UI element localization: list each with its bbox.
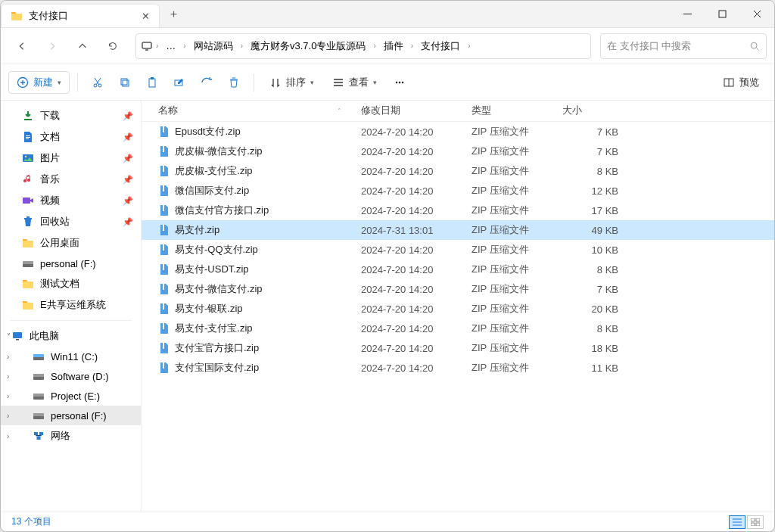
file-row[interactable]: 支付宝官方接口.zip 2024-7-20 14:20 ZIP 压缩文件 18 … — [142, 338, 774, 358]
sidebar-item[interactable]: ›Software (D:) — [1, 366, 141, 386]
recycle-icon — [22, 216, 34, 228]
svg-rect-34 — [751, 523, 755, 526]
share-button[interactable] — [195, 72, 219, 93]
sidebar-item[interactable]: ›Project (E:) — [1, 386, 141, 406]
expand-icon[interactable]: › — [7, 412, 9, 420]
expand-icon[interactable]: › — [7, 392, 9, 400]
sidebar-item[interactable]: ˅此电脑 — [1, 325, 141, 347]
column-name[interactable]: 名称˄ — [152, 104, 355, 117]
view-button[interactable]: 查看 ▾ — [325, 71, 384, 94]
tab-active[interactable]: 支付接口 ✕ — [1, 4, 160, 27]
breadcrumb-item[interactable]: 魔方财务v3.7.0专业版源码 — [246, 37, 370, 55]
file-row[interactable]: 易支付.zip 2024-7-31 13:01 ZIP 压缩文件 49 KB — [142, 220, 774, 240]
folder-icon — [11, 10, 23, 22]
file-row[interactable]: 易支付-微信支付.zip 2024-7-20 14:20 ZIP 压缩文件 7 … — [142, 279, 774, 299]
sort-button[interactable]: 排序 ▾ — [262, 71, 322, 94]
file-row[interactable]: Epusdt支付.zip 2024-7-20 14:20 ZIP 压缩文件 7 … — [142, 122, 774, 142]
up-button[interactable] — [69, 33, 96, 59]
chevron-right-icon[interactable]: › — [466, 42, 472, 50]
chevron-right-icon[interactable]: › — [409, 42, 415, 50]
sidebar-item[interactable]: 文档📌 — [1, 126, 141, 148]
column-date[interactable]: 修改日期 — [355, 104, 465, 117]
file-row[interactable]: 微信支付官方接口.zip 2024-7-20 14:20 ZIP 压缩文件 17… — [142, 201, 774, 220]
delete-button[interactable] — [222, 72, 246, 93]
search-input[interactable]: 在 支付接口 中搜索 — [600, 33, 767, 59]
file-date: 2024-7-20 14:20 — [355, 126, 465, 138]
folder-icon — [22, 299, 34, 311]
sidebar-item[interactable]: 公用桌面 — [1, 232, 141, 254]
file-name: 易支付-支付宝.zip — [175, 322, 253, 335]
sidebar-item[interactable]: 视频📌 — [1, 190, 141, 211]
chevron-right-icon[interactable]: › — [154, 42, 160, 50]
item-count: 13 个项目 — [11, 515, 51, 528]
sidebar-item[interactable]: personal (F:) — [1, 254, 141, 273]
pin-icon: 📌 — [123, 154, 133, 163]
minimize-button[interactable] — [670, 1, 705, 27]
file-row[interactable]: 易支付-USDT.zip 2024-7-20 14:20 ZIP 压缩文件 8 … — [142, 260, 774, 279]
file-type: ZIP 压缩文件 — [465, 204, 556, 217]
rename-button[interactable] — [167, 72, 191, 93]
expand-icon[interactable]: › — [7, 372, 9, 381]
back-button[interactable] — [8, 33, 36, 59]
preview-button[interactable]: 预览 — [715, 71, 767, 94]
cut-button[interactable] — [86, 72, 110, 93]
preview-icon — [723, 76, 735, 89]
thumbnails-view-button[interactable] — [747, 515, 764, 529]
column-size[interactable]: 大小 — [556, 104, 624, 117]
breadcrumb-item[interactable]: 插件 — [379, 37, 408, 55]
close-window-button[interactable] — [739, 1, 774, 27]
chevron-right-icon[interactable]: › — [372, 42, 377, 50]
zip-icon — [158, 204, 170, 216]
copy-button[interactable] — [113, 72, 137, 93]
breadcrumb-item[interactable]: 支付接口 — [416, 37, 465, 55]
close-tab-icon[interactable]: ✕ — [142, 11, 150, 22]
paste-button[interactable] — [140, 72, 164, 93]
file-size: 10 KB — [556, 244, 624, 256]
expand-icon[interactable]: › — [7, 353, 9, 361]
new-tab-button[interactable]: ＋ — [160, 1, 187, 27]
breadcrumb-item[interactable]: 网站源码 — [189, 37, 238, 55]
sidebar-item-label: Project (E:) — [51, 390, 100, 402]
refresh-button[interactable] — [99, 33, 126, 59]
expand-icon[interactable]: ˅ — [7, 332, 11, 341]
sidebar-item[interactable]: 测试文档 — [1, 273, 141, 294]
svg-rect-32 — [751, 518, 755, 521]
file-row[interactable]: 虎皮椒-支付宝.zip 2024-7-20 14:20 ZIP 压缩文件 8 K… — [142, 161, 774, 181]
file-row[interactable]: 易支付-支付宝.zip 2024-7-20 14:20 ZIP 压缩文件 8 K… — [142, 319, 774, 338]
pictures-icon — [22, 152, 34, 164]
zip-icon — [158, 362, 170, 374]
sidebar-item[interactable]: ›personal (F:) — [1, 406, 141, 425]
file-date: 2024-7-20 14:20 — [355, 284, 465, 295]
file-row[interactable]: 虎皮椒-微信支付.zip 2024-7-20 14:20 ZIP 压缩文件 7 … — [142, 142, 774, 161]
chevron-right-icon[interactable]: › — [182, 42, 187, 50]
sidebar-item[interactable]: ›网络 — [1, 425, 141, 446]
file-type: ZIP 压缩文件 — [465, 361, 556, 375]
file-date: 2024-7-20 14:20 — [355, 323, 465, 334]
more-button[interactable] — [388, 72, 412, 93]
file-row[interactable]: 支付宝国际支付.zip 2024-7-20 14:20 ZIP 压缩文件 11 … — [142, 358, 774, 378]
file-row[interactable]: 易支付-银联.zip 2024-7-20 14:20 ZIP 压缩文件 20 K… — [142, 299, 774, 319]
sidebar-item[interactable]: 音乐📌 — [1, 169, 141, 190]
file-size: 8 KB — [556, 166, 624, 177]
forward-button[interactable] — [39, 33, 66, 59]
folder-icon — [22, 278, 34, 290]
net-icon — [33, 430, 45, 442]
chevron-right-icon[interactable]: › — [239, 42, 244, 50]
file-date: 2024-7-20 14:20 — [355, 244, 465, 256]
sidebar-item[interactable]: 图片📌 — [1, 148, 141, 169]
expand-icon[interactable]: › — [7, 432, 9, 440]
sidebar-item[interactable]: E共享运维系统 — [1, 294, 141, 316]
details-view-button[interactable] — [729, 515, 745, 529]
document-icon — [22, 131, 34, 143]
column-type[interactable]: 类型 — [465, 104, 556, 117]
file-row[interactable]: 易支付-QQ支付.zip 2024-7-20 14:20 ZIP 压缩文件 10… — [142, 240, 774, 260]
sidebar-item[interactable]: 下载📌 — [1, 105, 141, 126]
breadcrumb-overflow[interactable]: … — [161, 38, 180, 54]
maximize-button[interactable] — [705, 1, 739, 27]
new-button[interactable]: 新建 ▾ — [8, 71, 70, 94]
file-row[interactable]: 微信国际支付.zip 2024-7-20 14:20 ZIP 压缩文件 12 K… — [142, 181, 774, 201]
file-list[interactable]: Epusdt支付.zip 2024-7-20 14:20 ZIP 压缩文件 7 … — [142, 122, 774, 512]
sidebar-item[interactable]: 回收站📌 — [1, 211, 141, 232]
address-bar[interactable]: › … › 网站源码 › 魔方财务v3.7.0专业版源码 › 插件 › 支付接口… — [135, 33, 591, 59]
sidebar-item[interactable]: ›Win11 (C:) — [1, 347, 141, 366]
